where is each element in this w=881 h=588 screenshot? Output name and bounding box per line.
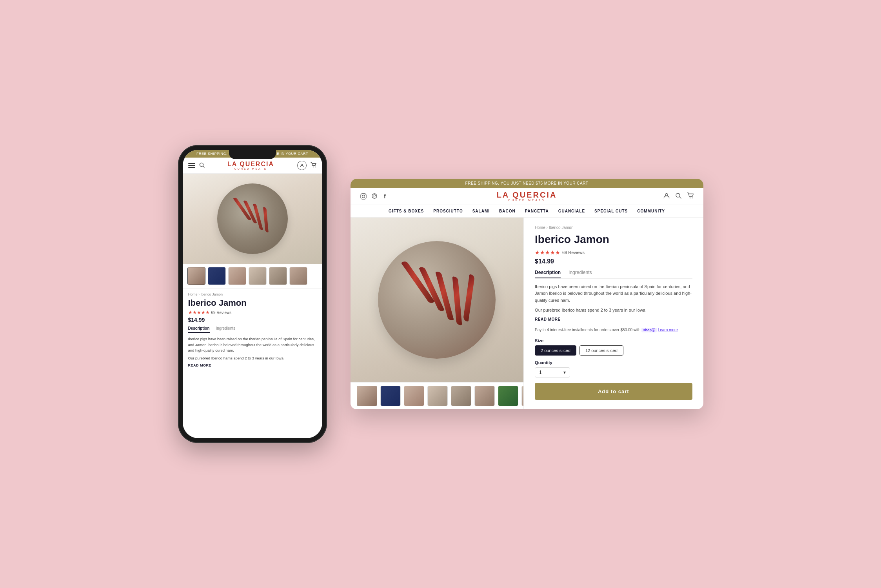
desktop-search-icon[interactable] bbox=[675, 192, 681, 200]
meat-slice-4 bbox=[263, 207, 269, 232]
desktop-device: FREE SHIPPING. YOU JUST NEED $75 MORE IN… bbox=[351, 179, 703, 409]
desktop-quantity-section: Quantity 1 ▾ bbox=[535, 360, 692, 377]
mobile-product-info: Home › Iberico Jamon Iberico Jamon ★★★★★… bbox=[183, 289, 322, 438]
add-to-cart-button[interactable]: Add to cart bbox=[535, 383, 692, 400]
learn-more-link[interactable]: Learn more bbox=[658, 328, 678, 332]
nav-community[interactable]: COMMUNITY bbox=[637, 209, 665, 213]
pinterest-icon[interactable]: P bbox=[371, 193, 378, 200]
desktop-thumb-2[interactable] bbox=[380, 386, 401, 406]
svg-line-1 bbox=[203, 166, 204, 167]
desktop-header: P f LA QUERCIA CURED MEATS bbox=[351, 188, 703, 205]
mobile-description-text: Iberico pigs have been raised on the Ibe… bbox=[188, 336, 317, 353]
svg-point-14 bbox=[689, 198, 690, 198]
desktop-meat-slice-4 bbox=[452, 276, 462, 326]
mobile-read-more[interactable]: READ MORE bbox=[188, 363, 317, 367]
desktop-description-text2: Our purebred Iberico hams spend 2 to 3 y… bbox=[535, 307, 692, 314]
svg-point-12 bbox=[676, 193, 680, 197]
mobile-rating-row: ★★★★★ 69 Reviews bbox=[188, 310, 317, 315]
mobile-search-icon[interactable] bbox=[199, 162, 205, 169]
mobile-account-icon[interactable] bbox=[297, 161, 307, 170]
mobile-breadcrumb-product: Iberico Jamon bbox=[201, 292, 223, 296]
desktop-reviews-count[interactable]: 69 Reviews bbox=[562, 250, 585, 255]
desktop-size-options: 2 ounces sliced 12 ounces sliced bbox=[535, 345, 692, 356]
mobile-plate bbox=[217, 183, 288, 254]
mobile-device: FREE SHIPPING. YOU JUST NEED $75 MORE IN… bbox=[178, 145, 327, 443]
mobile-tab-ingredients[interactable]: Ingredients bbox=[216, 326, 235, 333]
desktop-thumb-5[interactable] bbox=[451, 386, 471, 406]
phone-frame: FREE SHIPPING. YOU JUST NEED $75 MORE IN… bbox=[178, 145, 327, 443]
desktop-product-right: Home › Iberico Jamon Iberico Jamon ★★★★★… bbox=[523, 218, 703, 409]
mobile-product-title: Iberico Jamon bbox=[188, 298, 317, 308]
phone-screen: FREE SHIPPING. YOU JUST NEED $75 MORE IN… bbox=[183, 150, 322, 438]
mobile-nav-left bbox=[188, 162, 205, 169]
mobile-description-text2: Our purebred Iberico hams spend 2 to 3 y… bbox=[188, 356, 317, 361]
mobile-thumb-4[interactable] bbox=[249, 267, 267, 285]
desktop-breadcrumb: Home › Iberico Jamon bbox=[535, 225, 692, 230]
nav-prosciutto[interactable]: PROSCIUTTO bbox=[433, 209, 463, 213]
quantity-chevron: ▾ bbox=[563, 370, 566, 375]
mobile-thumb-6[interactable] bbox=[289, 267, 307, 285]
desktop-stars: ★★★★★ bbox=[535, 249, 560, 256]
desktop-banner-text: FREE SHIPPING. YOU JUST NEED $75 MORE IN… bbox=[465, 181, 589, 185]
desktop-meat-slice-5 bbox=[463, 274, 475, 322]
desktop-product-area: Home › Iberico Jamon Iberico Jamon ★★★★★… bbox=[351, 218, 703, 409]
desktop-cart-icon[interactable] bbox=[687, 192, 694, 200]
nav-guanciale[interactable]: GUANCIALE bbox=[558, 209, 585, 213]
mobile-cart-icon[interactable] bbox=[311, 162, 317, 169]
desktop-thumb-1[interactable] bbox=[357, 386, 377, 406]
quantity-value: 1 bbox=[539, 370, 542, 375]
mobile-reviews-count[interactable]: 69 Reviews bbox=[211, 310, 232, 315]
desktop-read-more[interactable]: READ MORE bbox=[535, 317, 692, 321]
desktop-frame: FREE SHIPPING. YOU JUST NEED $75 MORE IN… bbox=[351, 179, 703, 409]
mobile-brand-sub: CURED MEATS bbox=[227, 167, 274, 170]
desktop-pay-info: Pay in 4 interest-free installments for … bbox=[535, 327, 692, 333]
desktop-account-icon[interactable] bbox=[663, 192, 670, 200]
desktop-thumb-8[interactable] bbox=[521, 386, 524, 406]
mobile-breadcrumb-home[interactable]: Home bbox=[188, 292, 198, 296]
desktop-breadcrumb-product: Iberico Jamon bbox=[549, 225, 574, 230]
desktop-size-section: Size 2 ounces sliced 12 ounces sliced bbox=[535, 338, 692, 356]
mobile-brand-name: LA QUERCIA bbox=[227, 161, 274, 167]
desktop-tab-ingredients[interactable]: Ingredients bbox=[569, 270, 592, 278]
mobile-thumb-1[interactable] bbox=[187, 267, 205, 285]
svg-text:f: f bbox=[384, 193, 386, 200]
desktop-meat-slice-3 bbox=[436, 270, 454, 321]
mobile-thumb-2[interactable] bbox=[208, 267, 226, 285]
svg-point-4 bbox=[315, 167, 316, 167]
nav-special-cuts[interactable]: SPECIAL CUTS bbox=[594, 209, 628, 213]
desktop-social-icons: P f bbox=[360, 193, 389, 200]
mobile-thumb-5[interactable] bbox=[269, 267, 287, 285]
desktop-thumb-6[interactable] bbox=[474, 386, 495, 406]
instagram-icon[interactable] bbox=[360, 193, 367, 200]
desktop-banner: FREE SHIPPING. YOU JUST NEED $75 MORE IN… bbox=[351, 179, 703, 188]
size-option-12oz[interactable]: 12 ounces sliced bbox=[579, 345, 623, 356]
hamburger-menu-button[interactable] bbox=[188, 163, 195, 168]
desktop-thumb-7[interactable] bbox=[498, 386, 518, 406]
desktop-breadcrumb-home[interactable]: Home bbox=[535, 225, 545, 230]
nav-pancetta[interactable]: PANCETTA bbox=[525, 209, 549, 213]
desktop-size-label: Size bbox=[535, 338, 692, 343]
desktop-rating-row: ★★★★★ 69 Reviews bbox=[535, 249, 692, 256]
mobile-thumb-3[interactable] bbox=[228, 267, 246, 285]
desktop-brand-sub: CURED MEATS bbox=[497, 199, 557, 201]
mobile-tabs: Description Ingredients bbox=[188, 326, 317, 333]
desktop-main-product-image bbox=[351, 218, 524, 382]
nav-salami[interactable]: SALAMI bbox=[472, 209, 490, 213]
svg-point-3 bbox=[313, 167, 314, 167]
mobile-stars: ★★★★★ bbox=[188, 310, 210, 315]
desktop-thumb-3[interactable] bbox=[404, 386, 424, 406]
facebook-icon[interactable]: f bbox=[382, 193, 389, 200]
desktop-tab-description[interactable]: Description bbox=[535, 270, 561, 278]
desktop-quantity-selector[interactable]: 1 ▾ bbox=[535, 367, 570, 377]
pay-info-text: Pay in 4 interest-free installments for … bbox=[535, 328, 641, 332]
desktop-nav: GIFTS & BOXES PROSCIUTTO SALAMI BACON PA… bbox=[351, 205, 703, 218]
size-option-2oz[interactable]: 2 ounces sliced bbox=[535, 345, 576, 356]
nav-bacon[interactable]: BACON bbox=[499, 209, 516, 213]
mobile-tab-description[interactable]: Description bbox=[188, 326, 210, 333]
svg-text:P: P bbox=[373, 194, 376, 198]
nav-gifts-boxes[interactable]: GIFTS & BOXES bbox=[389, 209, 424, 213]
mobile-breadcrumb-sep: › bbox=[198, 292, 200, 296]
phone-notch bbox=[229, 150, 276, 159]
desktop-thumb-4[interactable] bbox=[427, 386, 448, 406]
desktop-product-title: Iberico Jamon bbox=[535, 233, 692, 246]
